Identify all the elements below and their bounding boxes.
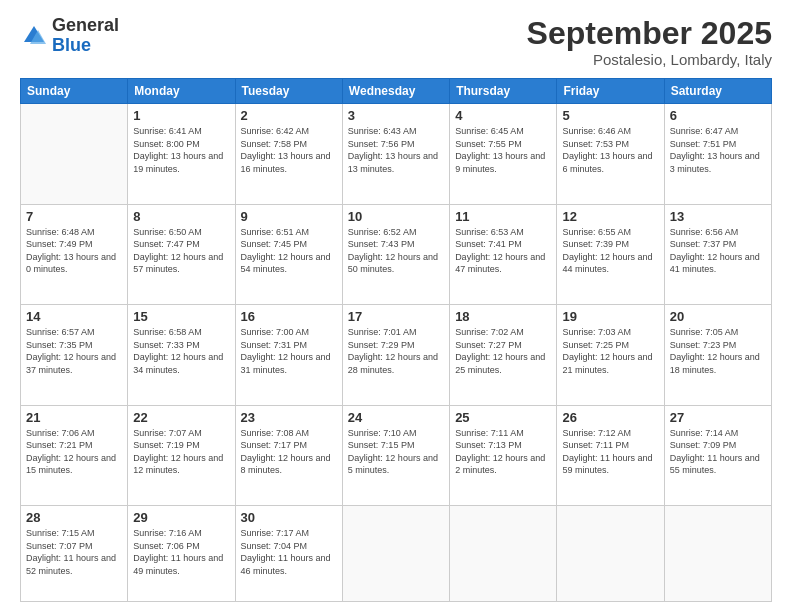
day-info: Sunrise: 6:57 AMSunset: 7:35 PMDaylight:… (26, 326, 122, 376)
calendar-cell: 12Sunrise: 6:55 AMSunset: 7:39 PMDayligh… (557, 204, 664, 304)
day-info: Sunrise: 7:08 AMSunset: 7:17 PMDaylight:… (241, 427, 337, 477)
header: General Blue September 2025 Postalesio, … (20, 16, 772, 68)
day-info: Sunrise: 7:10 AMSunset: 7:15 PMDaylight:… (348, 427, 444, 477)
day-number: 20 (670, 309, 766, 324)
day-number: 12 (562, 209, 658, 224)
calendar-cell: 28Sunrise: 7:15 AMSunset: 7:07 PMDayligh… (21, 506, 128, 602)
day-info: Sunrise: 7:00 AMSunset: 7:31 PMDaylight:… (241, 326, 337, 376)
day-number: 7 (26, 209, 122, 224)
day-info: Sunrise: 6:55 AMSunset: 7:39 PMDaylight:… (562, 226, 658, 276)
day-header: Wednesday (342, 79, 449, 104)
calendar-cell (664, 506, 771, 602)
calendar-cell: 16Sunrise: 7:00 AMSunset: 7:31 PMDayligh… (235, 305, 342, 405)
calendar-cell: 9Sunrise: 6:51 AMSunset: 7:45 PMDaylight… (235, 204, 342, 304)
day-info: Sunrise: 6:46 AMSunset: 7:53 PMDaylight:… (562, 125, 658, 175)
calendar-cell (450, 506, 557, 602)
calendar-cell: 14Sunrise: 6:57 AMSunset: 7:35 PMDayligh… (21, 305, 128, 405)
day-number: 1 (133, 108, 229, 123)
day-number: 11 (455, 209, 551, 224)
calendar-cell: 20Sunrise: 7:05 AMSunset: 7:23 PMDayligh… (664, 305, 771, 405)
calendar-cell: 13Sunrise: 6:56 AMSunset: 7:37 PMDayligh… (664, 204, 771, 304)
calendar-cell: 18Sunrise: 7:02 AMSunset: 7:27 PMDayligh… (450, 305, 557, 405)
calendar-cell: 30Sunrise: 7:17 AMSunset: 7:04 PMDayligh… (235, 506, 342, 602)
day-header: Sunday (21, 79, 128, 104)
location: Postalesio, Lombardy, Italy (527, 51, 772, 68)
week-row: 1Sunrise: 6:41 AMSunset: 8:00 PMDaylight… (21, 104, 772, 204)
calendar-cell (557, 506, 664, 602)
calendar-cell: 4Sunrise: 6:45 AMSunset: 7:55 PMDaylight… (450, 104, 557, 204)
day-number: 23 (241, 410, 337, 425)
calendar-cell: 23Sunrise: 7:08 AMSunset: 7:17 PMDayligh… (235, 405, 342, 505)
week-row: 14Sunrise: 6:57 AMSunset: 7:35 PMDayligh… (21, 305, 772, 405)
day-info: Sunrise: 6:50 AMSunset: 7:47 PMDaylight:… (133, 226, 229, 276)
day-info: Sunrise: 7:06 AMSunset: 7:21 PMDaylight:… (26, 427, 122, 477)
day-info: Sunrise: 7:02 AMSunset: 7:27 PMDaylight:… (455, 326, 551, 376)
calendar-cell: 15Sunrise: 6:58 AMSunset: 7:33 PMDayligh… (128, 305, 235, 405)
calendar-cell: 1Sunrise: 6:41 AMSunset: 8:00 PMDaylight… (128, 104, 235, 204)
day-number: 18 (455, 309, 551, 324)
day-number: 5 (562, 108, 658, 123)
day-number: 25 (455, 410, 551, 425)
calendar-cell: 6Sunrise: 6:47 AMSunset: 7:51 PMDaylight… (664, 104, 771, 204)
day-info: Sunrise: 7:03 AMSunset: 7:25 PMDaylight:… (562, 326, 658, 376)
day-header: Friday (557, 79, 664, 104)
day-info: Sunrise: 7:07 AMSunset: 7:19 PMDaylight:… (133, 427, 229, 477)
day-number: 28 (26, 510, 122, 525)
day-info: Sunrise: 6:51 AMSunset: 7:45 PMDaylight:… (241, 226, 337, 276)
logo-icon (20, 22, 48, 50)
day-number: 27 (670, 410, 766, 425)
calendar-cell (342, 506, 449, 602)
day-number: 17 (348, 309, 444, 324)
calendar-cell: 24Sunrise: 7:10 AMSunset: 7:15 PMDayligh… (342, 405, 449, 505)
day-info: Sunrise: 7:15 AMSunset: 7:07 PMDaylight:… (26, 527, 122, 577)
day-number: 29 (133, 510, 229, 525)
day-info: Sunrise: 6:53 AMSunset: 7:41 PMDaylight:… (455, 226, 551, 276)
day-header: Thursday (450, 79, 557, 104)
day-info: Sunrise: 6:52 AMSunset: 7:43 PMDaylight:… (348, 226, 444, 276)
day-number: 19 (562, 309, 658, 324)
day-number: 10 (348, 209, 444, 224)
day-info: Sunrise: 6:45 AMSunset: 7:55 PMDaylight:… (455, 125, 551, 175)
week-row: 21Sunrise: 7:06 AMSunset: 7:21 PMDayligh… (21, 405, 772, 505)
day-info: Sunrise: 6:42 AMSunset: 7:58 PMDaylight:… (241, 125, 337, 175)
calendar-cell: 2Sunrise: 6:42 AMSunset: 7:58 PMDaylight… (235, 104, 342, 204)
calendar-cell (21, 104, 128, 204)
day-info: Sunrise: 6:48 AMSunset: 7:49 PMDaylight:… (26, 226, 122, 276)
day-number: 26 (562, 410, 658, 425)
day-info: Sunrise: 7:01 AMSunset: 7:29 PMDaylight:… (348, 326, 444, 376)
day-number: 21 (26, 410, 122, 425)
calendar-cell: 25Sunrise: 7:11 AMSunset: 7:13 PMDayligh… (450, 405, 557, 505)
calendar-cell: 3Sunrise: 6:43 AMSunset: 7:56 PMDaylight… (342, 104, 449, 204)
day-info: Sunrise: 6:43 AMSunset: 7:56 PMDaylight:… (348, 125, 444, 175)
calendar-cell: 17Sunrise: 7:01 AMSunset: 7:29 PMDayligh… (342, 305, 449, 405)
calendar-table: SundayMondayTuesdayWednesdayThursdayFrid… (20, 78, 772, 602)
day-number: 22 (133, 410, 229, 425)
day-header: Saturday (664, 79, 771, 104)
calendar-cell: 21Sunrise: 7:06 AMSunset: 7:21 PMDayligh… (21, 405, 128, 505)
day-number: 16 (241, 309, 337, 324)
day-number: 13 (670, 209, 766, 224)
calendar-cell: 27Sunrise: 7:14 AMSunset: 7:09 PMDayligh… (664, 405, 771, 505)
month-title: September 2025 (527, 16, 772, 51)
calendar-cell: 29Sunrise: 7:16 AMSunset: 7:06 PMDayligh… (128, 506, 235, 602)
day-info: Sunrise: 6:41 AMSunset: 8:00 PMDaylight:… (133, 125, 229, 175)
day-number: 4 (455, 108, 551, 123)
calendar-cell: 19Sunrise: 7:03 AMSunset: 7:25 PMDayligh… (557, 305, 664, 405)
calendar-cell: 22Sunrise: 7:07 AMSunset: 7:19 PMDayligh… (128, 405, 235, 505)
day-info: Sunrise: 7:17 AMSunset: 7:04 PMDaylight:… (241, 527, 337, 577)
calendar-cell: 5Sunrise: 6:46 AMSunset: 7:53 PMDaylight… (557, 104, 664, 204)
day-number: 3 (348, 108, 444, 123)
logo: General Blue (20, 16, 119, 56)
day-info: Sunrise: 7:14 AMSunset: 7:09 PMDaylight:… (670, 427, 766, 477)
logo-blue: Blue (52, 36, 119, 56)
day-header: Tuesday (235, 79, 342, 104)
calendar-cell: 7Sunrise: 6:48 AMSunset: 7:49 PMDaylight… (21, 204, 128, 304)
day-number: 30 (241, 510, 337, 525)
week-row: 7Sunrise: 6:48 AMSunset: 7:49 PMDaylight… (21, 204, 772, 304)
day-number: 2 (241, 108, 337, 123)
calendar-cell: 11Sunrise: 6:53 AMSunset: 7:41 PMDayligh… (450, 204, 557, 304)
calendar-cell: 26Sunrise: 7:12 AMSunset: 7:11 PMDayligh… (557, 405, 664, 505)
logo-text: General Blue (52, 16, 119, 56)
day-number: 15 (133, 309, 229, 324)
day-number: 9 (241, 209, 337, 224)
